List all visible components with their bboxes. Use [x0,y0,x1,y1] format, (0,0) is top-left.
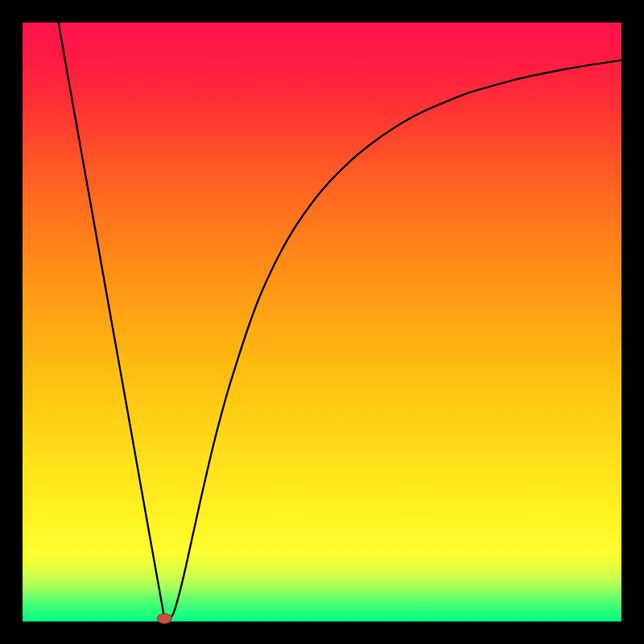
bottleneck-chart [0,0,644,644]
chart-stage: TheBottleneck.com [0,0,644,644]
optimal-marker [157,613,171,623]
